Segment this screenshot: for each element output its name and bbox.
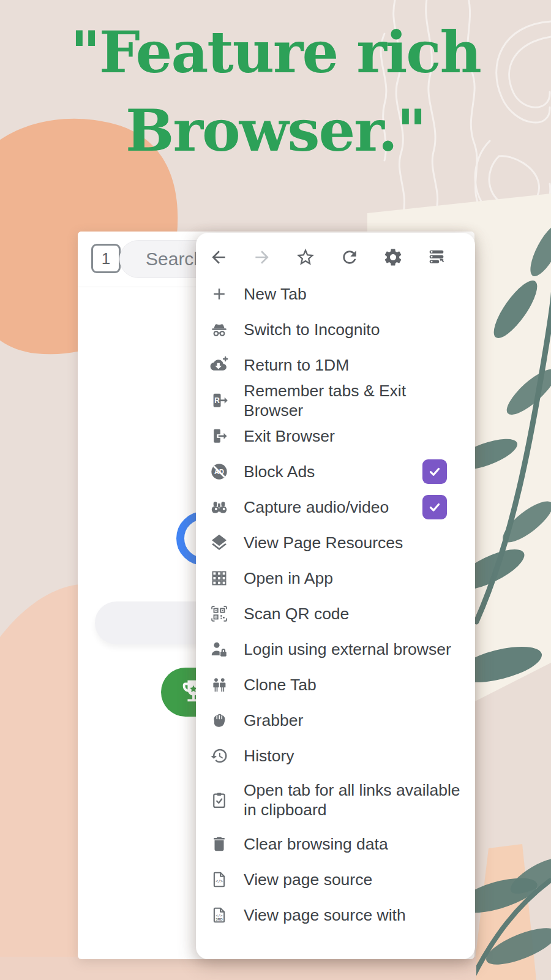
menu-item-scan-qr-code[interactable]: Scan QR code: [196, 596, 475, 631]
exit-door-icon: [208, 425, 230, 447]
history-clock-icon: [208, 745, 230, 767]
menu-item-switch-to-incognito[interactable]: Switch to Incognito: [196, 312, 475, 347]
menu-item-label: Clone Tab: [244, 675, 317, 695]
menu-list: New Tab Switch to Incognito: [196, 276, 475, 933]
menu-item-label: View Page Resources: [244, 533, 403, 552]
menu-item-label: Capture audio/video: [244, 497, 389, 517]
two-people-icon: [208, 674, 230, 696]
headline: "Feature rich Browser.": [0, 13, 551, 170]
tab-count: 1: [102, 249, 110, 268]
app-grid-icon: [208, 567, 230, 589]
menu-item-label: Remember tabs & Exit Browser: [244, 381, 463, 421]
menu-item-label: View page source with: [244, 905, 406, 925]
menu-item-label: Grabber: [244, 710, 303, 730]
menu-item-new-tab[interactable]: New Tab: [196, 276, 475, 312]
headline-line1: "Feature rich: [0, 13, 551, 92]
menu-item-label: Open in App: [244, 568, 333, 588]
menu-item-label: Clear browsing data: [244, 834, 388, 854]
downloads-1dm-icon[interactable]: [422, 245, 451, 270]
menu-item-clone-tab[interactable]: Clone Tab: [196, 667, 475, 703]
checkbox-checked[interactable]: [422, 459, 447, 484]
forward-icon[interactable]: [248, 245, 276, 270]
menu-item-label: History: [244, 746, 294, 766]
code-document-icon: </>: [208, 869, 230, 891]
menu-item-label: Open tab for all links available in clip…: [244, 780, 460, 820]
back-icon[interactable]: [204, 245, 233, 270]
tab-counter-button[interactable]: 1: [91, 244, 121, 273]
menu-item-label: View page source: [244, 870, 372, 889]
menu-item-label: New Tab: [244, 284, 307, 304]
fist-icon: [208, 709, 230, 731]
layers-icon: [208, 532, 230, 554]
menu-item-login-external-browser[interactable]: Login using external browser: [196, 631, 475, 667]
bookmark-star-icon[interactable]: [291, 245, 320, 270]
menu-item-view-page-source[interactable]: </> View page source: [196, 862, 475, 897]
menu-item-label: Return to 1DM: [244, 355, 349, 375]
binoculars-icon: [208, 496, 230, 518]
svg-text:</>: </>: [216, 913, 223, 918]
code-document-3rd-icon: </> 3RD: [208, 904, 230, 926]
menu-item-clear-browsing-data[interactable]: Clear browsing data: [196, 826, 475, 862]
menu-item-open-clipboard-links[interactable]: Open tab for all links available in clip…: [196, 774, 475, 826]
menu-item-capture-audio-video[interactable]: Capture audio/video: [196, 489, 475, 525]
menu-item-view-page-resources[interactable]: View Page Resources: [196, 525, 475, 560]
menu-item-grabber[interactable]: Grabber: [196, 703, 475, 738]
search-placeholder: Search: [146, 249, 204, 270]
qr-code-icon: [208, 603, 230, 625]
ad-block-icon: AD: [208, 461, 230, 483]
clipboard-check-icon: [208, 789, 230, 811]
menu-item-label: Login using external browser: [244, 639, 451, 659]
menu-item-exit-browser[interactable]: Exit Browser: [196, 418, 475, 454]
refresh-icon[interactable]: [335, 245, 364, 270]
incognito-icon: [208, 318, 230, 341]
menu-item-history[interactable]: History: [196, 738, 475, 774]
headline-line2: Browser.": [0, 92, 551, 170]
plus-icon: [208, 283, 230, 305]
menu-item-remember-tabs-exit[interactable]: R Remember tabs & Exit Browser: [196, 383, 475, 418]
menu-item-view-page-source-with[interactable]: </> 3RD View page source with: [196, 897, 475, 933]
person-lock-icon: [208, 638, 230, 660]
checkbox-checked[interactable]: [422, 495, 447, 519]
browser-dropdown-menu: New Tab Switch to Incognito: [196, 233, 475, 959]
menu-item-block-ads[interactable]: AD Block Ads: [196, 454, 475, 489]
menu-item-open-in-app[interactable]: Open in App: [196, 560, 475, 596]
menu-item-return-to-1dm[interactable]: Return to 1DM: [196, 347, 475, 383]
menu-item-label: Block Ads: [244, 462, 315, 481]
svg-text:R: R: [214, 396, 220, 405]
svg-text:</>: </>: [216, 879, 223, 884]
menu-item-label: Switch to Incognito: [244, 320, 380, 339]
remember-exit-icon: R: [208, 390, 230, 412]
settings-gear-icon[interactable]: [379, 245, 407, 270]
svg-text:3RD: 3RD: [216, 918, 223, 921]
menu-item-label: Exit Browser: [244, 426, 335, 446]
menu-toolbar: [196, 233, 475, 276]
trash-icon: [208, 833, 230, 855]
cloud-download-plus-icon: [208, 354, 230, 376]
menu-item-label: Scan QR code: [244, 604, 349, 624]
